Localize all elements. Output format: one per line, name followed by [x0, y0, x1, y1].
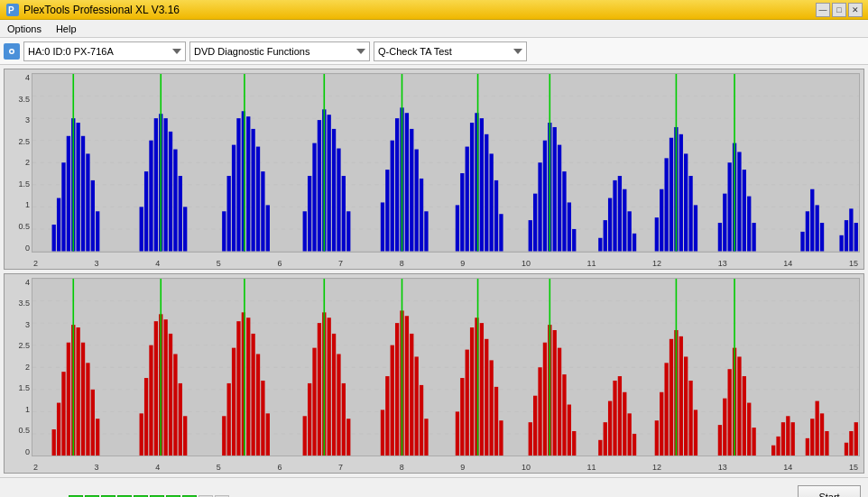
svg-rect-211	[572, 430, 576, 456]
svg-rect-193	[466, 349, 469, 456]
svg-rect-31	[169, 132, 172, 252]
svg-rect-99	[655, 217, 659, 251]
svg-rect-120	[810, 189, 814, 252]
start-button[interactable]: Start	[798, 485, 861, 498]
svg-rect-197	[485, 338, 488, 456]
svg-rect-114	[743, 170, 746, 251]
svg-rect-107	[694, 205, 697, 251]
svg-rect-26	[144, 171, 148, 251]
svg-rect-121	[816, 205, 819, 251]
svg-rect-80	[529, 220, 532, 251]
svg-rect-56	[346, 211, 350, 251]
svg-rect-49	[312, 143, 316, 252]
svg-rect-150	[154, 321, 158, 456]
svg-rect-222	[660, 391, 663, 456]
svg-rect-142	[81, 342, 85, 456]
minimize-button[interactable]: —	[816, 3, 830, 17]
svg-rect-163	[246, 318, 250, 456]
svg-rect-164	[251, 333, 254, 456]
svg-rect-41	[246, 116, 250, 251]
svg-text:P: P	[8, 5, 14, 15]
svg-rect-189	[424, 419, 428, 456]
svg-rect-244	[791, 422, 795, 456]
svg-rect-125	[849, 208, 853, 251]
svg-rect-202	[529, 422, 532, 456]
svg-rect-87	[562, 171, 566, 251]
svg-rect-169	[303, 416, 307, 456]
svg-rect-19	[76, 123, 79, 251]
svg-rect-105	[684, 153, 688, 251]
svg-rect-252	[854, 422, 858, 456]
svg-rect-199	[494, 386, 498, 456]
svg-rect-42	[251, 129, 254, 252]
svg-rect-166	[261, 380, 264, 456]
svg-rect-136	[52, 429, 56, 456]
svg-rect-210	[568, 404, 571, 456]
svg-rect-123	[839, 235, 843, 252]
svg-rect-170	[308, 382, 311, 456]
svg-rect-53	[332, 129, 336, 252]
title-bar-controls: — □ ✕	[816, 3, 863, 17]
top-chart-panel: 4 3.5 3 2.5 2 1.5 1 0.5 0	[4, 69, 864, 270]
svg-rect-192	[460, 378, 464, 456]
svg-rect-154	[173, 354, 177, 456]
svg-rect-204	[538, 367, 541, 456]
bottom-chart-x-axis: 2 3 4 5 6 7 8 9 10 11 12 13 14 15	[32, 463, 860, 472]
svg-rect-247	[816, 400, 819, 456]
svg-rect-67	[424, 211, 428, 251]
svg-rect-21	[86, 153, 89, 251]
menu-bar: Options Help	[0, 20, 868, 38]
title-bar: P PlexTools Professional XL V3.16 — □ ✕	[0, 0, 868, 20]
svg-rect-30	[163, 118, 167, 251]
svg-rect-20	[81, 136, 85, 252]
svg-point-4	[11, 50, 14, 52]
bottom-panel: Jitter: 5 Peak Shift:	[0, 477, 868, 497]
svg-rect-52	[328, 115, 331, 251]
top-chart-x-axis: 2 3 4 5 6 7 8 9 10 11 12 13 14 15	[32, 259, 860, 268]
svg-rect-111	[728, 162, 732, 251]
menu-options[interactable]: Options	[4, 22, 45, 36]
svg-rect-54	[337, 149, 340, 252]
svg-rect-138	[61, 372, 65, 456]
function-selector[interactable]: DVD Diagnostic Functions	[189, 41, 370, 61]
svg-rect-76	[489, 153, 493, 251]
svg-rect-143	[86, 363, 89, 456]
title-bar-left: P PlexTools Professional XL V3.16	[5, 3, 180, 17]
svg-rect-229	[694, 410, 697, 456]
svg-rect-17	[67, 136, 70, 252]
svg-rect-227	[684, 356, 688, 456]
svg-rect-209	[562, 374, 566, 456]
svg-rect-23	[96, 211, 99, 251]
drive-selector[interactable]: HA:0 ID:0 PX-716A	[23, 41, 186, 61]
svg-rect-82	[538, 162, 541, 251]
svg-rect-176	[337, 354, 340, 456]
svg-rect-75	[485, 134, 488, 252]
svg-rect-89	[572, 229, 576, 252]
bottom-chart-area	[32, 278, 860, 457]
svg-rect-102	[669, 138, 673, 252]
svg-rect-224	[669, 338, 673, 456]
svg-rect-116	[752, 223, 755, 251]
svg-rect-177	[342, 382, 346, 456]
svg-rect-171	[312, 347, 316, 456]
svg-rect-149	[149, 345, 152, 456]
svg-rect-109	[718, 223, 722, 251]
svg-rect-216	[613, 380, 616, 456]
svg-rect-77	[494, 180, 498, 252]
menu-help[interactable]: Help	[52, 22, 80, 36]
maximize-button[interactable]: □	[832, 3, 846, 17]
svg-rect-218	[623, 391, 626, 456]
close-button[interactable]: ✕	[848, 3, 863, 17]
action-buttons: Start i	[798, 485, 861, 498]
svg-rect-148	[144, 378, 148, 456]
svg-rect-118	[800, 232, 804, 252]
svg-rect-235	[737, 356, 741, 456]
main-content: 4 3.5 3 2.5 2 1.5 1 0.5 0	[0, 65, 868, 477]
svg-rect-226	[679, 336, 683, 456]
svg-rect-236	[743, 376, 746, 456]
svg-rect-69	[456, 205, 459, 251]
svg-rect-94	[613, 180, 616, 252]
svg-rect-208	[558, 347, 561, 456]
svg-rect-101	[664, 158, 668, 251]
test-selector[interactable]: Q-Check TA Test	[374, 41, 527, 61]
